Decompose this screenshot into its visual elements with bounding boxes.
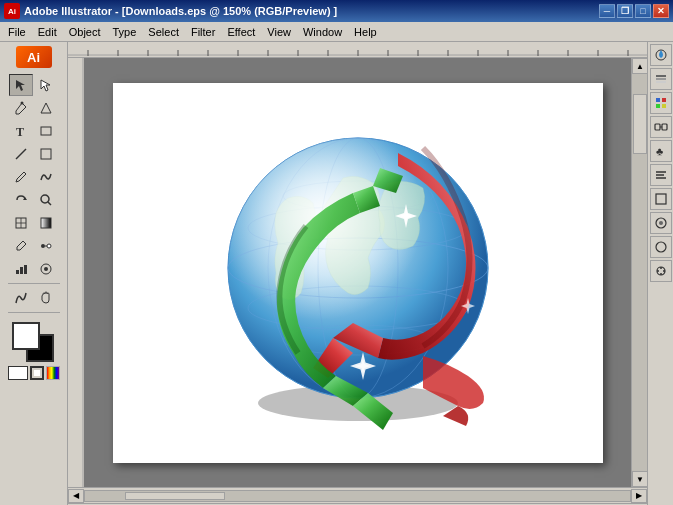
menu-type[interactable]: Type [107, 24, 143, 40]
blend-tool[interactable] [34, 235, 58, 257]
svg-point-13 [41, 244, 45, 248]
svg-rect-5 [41, 149, 51, 159]
appearance-panel-button[interactable] [650, 212, 672, 234]
scroll-track-v [632, 74, 647, 471]
svg-point-0 [21, 102, 24, 105]
menu-help[interactable]: Help [348, 24, 383, 40]
title-bar-controls: ─ ❐ □ ✕ [599, 4, 669, 18]
svg-point-14 [47, 244, 51, 248]
links-panel-button[interactable] [650, 116, 672, 138]
tool-grid: T [9, 74, 58, 280]
scroll-up-button[interactable]: ▲ [632, 58, 647, 74]
color-selector[interactable] [12, 322, 56, 362]
svg-point-7 [41, 195, 49, 203]
ai-logo: Ai [16, 46, 52, 68]
left-ruler [68, 58, 84, 487]
eyedropper-tool[interactable] [9, 235, 33, 257]
tool-separator-2 [8, 312, 60, 313]
svg-text:T: T [16, 125, 24, 138]
gradient-tool[interactable] [34, 212, 58, 234]
color-panel-button[interactable] [650, 44, 672, 66]
menu-file[interactable]: File [2, 24, 32, 40]
swatches-panel-button[interactable] [650, 92, 672, 114]
scroll-thumb-v[interactable] [633, 94, 647, 154]
menu-view[interactable]: View [261, 24, 297, 40]
pencil-tool[interactable] [9, 166, 33, 188]
shape-tool[interactable] [34, 97, 58, 119]
smooth-tool[interactable] [34, 166, 58, 188]
type-tool[interactable]: T [9, 120, 33, 142]
menu-bar: File Edit Object Type Select Filter Effe… [0, 22, 673, 42]
hand-tool[interactable] [34, 287, 58, 309]
svg-rect-63 [656, 81, 666, 83]
warp-tool[interactable] [9, 287, 33, 309]
canvas-scroll-area: ▲ ▼ [68, 58, 647, 487]
app-icon: Ai [4, 3, 20, 19]
menu-window[interactable]: Window [297, 24, 348, 40]
vertical-scrollbar: ▲ ▼ [631, 58, 647, 487]
svg-rect-62 [656, 78, 666, 80]
svg-rect-65 [662, 98, 666, 102]
fill-indicator[interactable] [8, 366, 28, 380]
line-tool[interactable] [9, 143, 33, 165]
layers-panel-button[interactable] [650, 68, 672, 90]
menu-edit[interactable]: Edit [32, 24, 63, 40]
app-container: Ai T [0, 42, 673, 505]
canvas-area: ▲ ▼ ◀ ▶ [68, 42, 647, 503]
globe-illustration [158, 98, 558, 448]
symbols-panel-button[interactable]: ♣ [650, 140, 672, 162]
align-panel-button[interactable] [650, 164, 672, 186]
scroll-thumb-h[interactable] [125, 492, 225, 500]
graphic-styles-button[interactable] [650, 236, 672, 258]
scroll-right-button[interactable]: ▶ [631, 489, 647, 503]
svg-rect-64 [656, 98, 660, 102]
menu-filter[interactable]: Filter [185, 24, 221, 40]
scroll-left-button[interactable]: ◀ [68, 489, 84, 503]
pen-tool[interactable] [9, 97, 33, 119]
svg-rect-18 [24, 265, 27, 274]
menu-select[interactable]: Select [142, 24, 185, 40]
svg-rect-12 [41, 218, 51, 228]
title-bar: Ai Adobe Illustrator - [Downloads.eps @ … [0, 0, 673, 22]
color-mode-indicator[interactable] [46, 366, 60, 380]
zoom-tool[interactable] [34, 189, 58, 211]
close-button[interactable]: ✕ [653, 4, 669, 18]
rotate-tool[interactable] [9, 189, 33, 211]
svg-rect-42 [68, 58, 84, 487]
artboard [113, 83, 603, 463]
svg-text:♣: ♣ [656, 145, 663, 157]
rectangle-tool[interactable] [34, 120, 58, 142]
canvas-content [84, 58, 631, 487]
inner-maximize-button[interactable]: □ [635, 4, 651, 18]
tool-separator-1 [8, 283, 60, 284]
paintbrush-tool[interactable] [34, 143, 58, 165]
scroll-down-button[interactable]: ▼ [632, 471, 647, 487]
right-panel: ♣ [647, 42, 673, 505]
svg-point-20 [44, 267, 48, 271]
svg-rect-16 [16, 270, 19, 274]
symbol-sprayer-tool[interactable] [34, 258, 58, 280]
transform-panel-button[interactable] [650, 188, 672, 210]
navigator-panel-button[interactable] [650, 260, 672, 282]
svg-line-8 [48, 202, 51, 205]
selection-tool[interactable] [9, 74, 33, 96]
menu-effect[interactable]: Effect [221, 24, 261, 40]
svg-rect-3 [41, 127, 51, 135]
foreground-color[interactable] [12, 322, 40, 350]
restore-button[interactable]: ❐ [617, 4, 633, 18]
direct-selection-tool[interactable] [34, 74, 58, 96]
ruler-marks [68, 42, 647, 56]
tool-grid-2 [9, 287, 58, 309]
top-ruler [68, 42, 647, 58]
minimize-button[interactable]: ─ [599, 4, 615, 18]
title-bar-text: Adobe Illustrator - [Downloads.eps @ 150… [24, 5, 599, 17]
stroke-indicator[interactable] [30, 366, 44, 380]
svg-rect-66 [656, 104, 660, 108]
svg-rect-67 [662, 104, 666, 108]
menu-object[interactable]: Object [63, 24, 107, 40]
svg-point-54 [228, 138, 488, 398]
svg-rect-61 [656, 75, 666, 77]
graph-tool[interactable] [9, 258, 33, 280]
svg-marker-1 [41, 103, 51, 113]
mesh-tool[interactable] [9, 212, 33, 234]
